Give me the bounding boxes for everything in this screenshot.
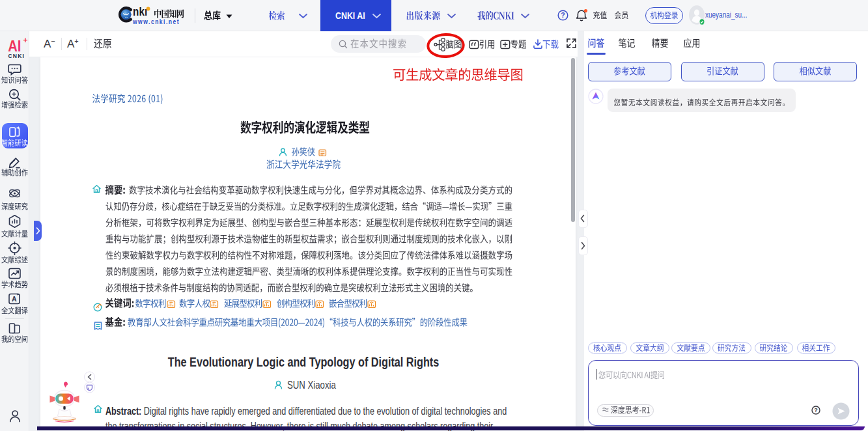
svg-text:?: ?	[561, 11, 565, 19]
svg-text:+: +	[23, 36, 28, 45]
svg-text:A: A	[12, 295, 17, 303]
svg-text:CNKI: CNKI	[8, 53, 25, 59]
svg-text:?: ?	[814, 407, 818, 413]
